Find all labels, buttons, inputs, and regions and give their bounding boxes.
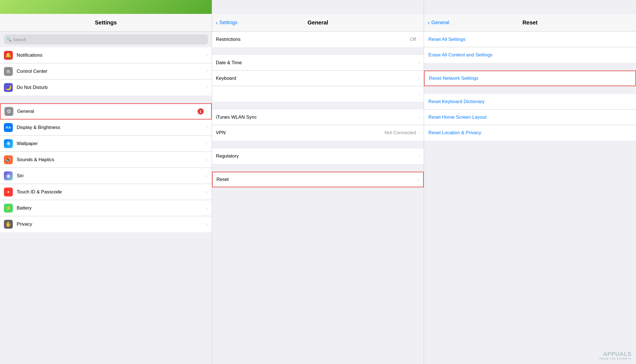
sidebar-item-battery[interactable]: ⚡ Battery › (0, 200, 212, 216)
back-chevron-icon: ‹ (216, 19, 218, 26)
reset-keyboard-dictionary-label: Reset Keyboard Dictionary (428, 99, 632, 104)
sidebar-item-touch-id-passcode[interactable]: ✦ Touch ID & Passcode › (0, 184, 212, 200)
sidebar-item-general[interactable]: ⚙ General 1 › (0, 103, 212, 119)
watermark-main: APPUALS (603, 351, 632, 357)
chevron-right-icon: › (206, 125, 208, 130)
reset-network-settings-item[interactable]: Reset Network Settings (424, 71, 636, 86)
sidebar-item-privacy[interactable]: ✋ Privacy › (0, 216, 212, 232)
general-header: ‹ Settings General (212, 14, 424, 32)
chevron-right-icon: › (206, 69, 208, 74)
sidebar-item-sounds-haptics[interactable]: 🔊 Sounds & Haptics › (0, 152, 212, 168)
section-gap-bottom (424, 141, 636, 148)
settings-list: 🔔 Notifications › ⊞ Control Center › 🌙 (0, 47, 212, 364)
chevron-right-icon: › (206, 53, 208, 58)
reset-g1-inner: Reset All Settings Erase All Content and… (424, 32, 636, 63)
general-g1-inner: Restrictions Off › (212, 32, 424, 47)
section-gap (424, 63, 636, 71)
sounds-haptics-icon: 🔊 (4, 155, 13, 164)
reset-group-1: Reset All Settings Erase All Content and… (424, 32, 636, 63)
reset-g2-inner: Reset Network Settings (424, 71, 636, 86)
general-g3-inner: iTunes WLAN Sync › VPN Not Connected › (212, 109, 424, 141)
sidebar-item-siri[interactable]: ◉ Siri › (0, 168, 212, 184)
reset-network-settings-label: Reset Network Settings (429, 76, 631, 81)
top-spacer-right (424, 0, 636, 14)
general-g2-inner: Date & Time › Keyboard › › (212, 55, 424, 102)
wallpaper-label: Wallpaper (17, 141, 206, 146)
wallpaper-icon: ❋ (4, 139, 13, 148)
settings-back-button[interactable]: ‹ Settings (216, 19, 238, 26)
general-icon: ⚙ (4, 107, 13, 116)
general-item-blank[interactable]: › (212, 86, 424, 102)
settings-title: Settings (95, 19, 117, 26)
chevron-right-icon: › (418, 91, 420, 96)
chevron-right-icon: › (418, 177, 419, 182)
do-not-disturb-label: Do Not Disturb (17, 85, 206, 90)
chevron-right-icon: › (206, 222, 208, 227)
general-item-reset[interactable]: Reset › (212, 172, 424, 187)
sidebar-item-do-not-disturb[interactable]: 🌙 Do Not Disturb › (0, 79, 212, 96)
reset-all-settings-item[interactable]: Reset All Settings (424, 32, 636, 47)
control-center-label: Control Center (17, 69, 206, 74)
vpn-value: Not Connected (385, 130, 416, 136)
top-spacer (212, 0, 424, 14)
chevron-right-icon: › (206, 173, 208, 178)
top-gradient (0, 0, 212, 14)
chevron-right-icon: › (206, 109, 207, 114)
date-time-label: Date & Time (216, 60, 418, 66)
general-group-4: Regulatory › (212, 148, 424, 164)
itunes-wlan-label: iTunes WLAN Sync (216, 114, 418, 120)
sounds-haptics-label: Sounds & Haptics (17, 157, 206, 163)
erase-all-content-item[interactable]: Erase All Content and Settings (424, 47, 636, 63)
battery-label: Battery (17, 205, 206, 211)
search-bar[interactable]: 🔍 Search (4, 34, 208, 44)
general-column: ‹ Settings General Restrictions Off › Da… (212, 0, 424, 364)
reset-header: ‹ General Reset (424, 14, 636, 32)
general-g4-inner: Regulatory › (212, 148, 424, 164)
general-item-keyboard[interactable]: Keyboard › (212, 71, 424, 86)
general-list: Restrictions Off › Date & Time › Keyboar… (212, 32, 424, 364)
general-g5-inner: Reset › (212, 172, 424, 187)
reset-title: Reset (522, 19, 537, 26)
reset-location-privacy-label: Reset Location & Privacy (428, 130, 632, 136)
section-gap-bottom (0, 232, 212, 240)
reset-home-screen-layout-item[interactable]: Reset Home Screen Layout (424, 109, 636, 125)
siri-icon: ◉ (4, 171, 13, 180)
reset-all-settings-label: Reset All Settings (428, 37, 632, 42)
touch-id-icon: ✦ (4, 188, 13, 196)
reset-g3-inner: Reset Keyboard Dictionary Reset Home Scr… (424, 94, 636, 141)
reset-home-screen-layout-label: Reset Home Screen Layout (428, 114, 632, 120)
reset-keyboard-dictionary-item[interactable]: Reset Keyboard Dictionary (424, 94, 636, 109)
group1-inner: 🔔 Notifications › ⊞ Control Center › 🌙 (0, 47, 212, 96)
general-item-restrictions[interactable]: Restrictions Off › (212, 32, 424, 47)
sidebar-item-control-center[interactable]: ⊞ Control Center › (0, 63, 212, 79)
display-brightness-icon: AA (4, 123, 13, 132)
section-gap (212, 164, 424, 172)
general-item-date-time[interactable]: Date & Time › (212, 55, 424, 71)
section-gap (212, 47, 424, 55)
back-chevron-icon: ‹ (428, 19, 430, 26)
reset-location-privacy-item[interactable]: Reset Location & Privacy (424, 125, 636, 141)
sidebar-item-wallpaper[interactable]: ❋ Wallpaper › (0, 136, 212, 152)
general-back-button[interactable]: ‹ General (428, 19, 449, 26)
section-gap (0, 96, 212, 103)
general-item-vpn[interactable]: VPN Not Connected › (212, 125, 424, 141)
settings-group-1: 🔔 Notifications › ⊞ Control Center › 🌙 (0, 47, 212, 96)
group2-inner: ⚙ General 1 › AA Display & Brightness › … (0, 103, 212, 232)
sidebar-item-notifications[interactable]: 🔔 Notifications › (0, 47, 212, 63)
chevron-right-icon: › (418, 154, 420, 159)
restrictions-label: Restrictions (216, 37, 410, 42)
general-group-3: iTunes WLAN Sync › VPN Not Connected › (212, 109, 424, 141)
general-label: General (17, 109, 198, 114)
chevron-right-icon: › (206, 141, 208, 146)
general-item-itunes-wlan[interactable]: iTunes WLAN Sync › (212, 109, 424, 125)
regulatory-label: Regulatory (216, 153, 418, 159)
restrictions-value: Off (410, 37, 416, 42)
search-placeholder: Search (13, 37, 26, 42)
keyboard-label: Keyboard (216, 76, 418, 81)
general-group-2: Date & Time › Keyboard › › (212, 55, 424, 102)
general-item-regulatory[interactable]: Regulatory › (212, 148, 424, 164)
settings-column: Settings 🔍 Search 🔔 Notifications › ⊞ (0, 0, 212, 364)
back-label: Settings (220, 20, 238, 26)
siri-label: Siri (17, 173, 206, 179)
sidebar-item-display-brightness[interactable]: AA Display & Brightness › (0, 119, 212, 136)
